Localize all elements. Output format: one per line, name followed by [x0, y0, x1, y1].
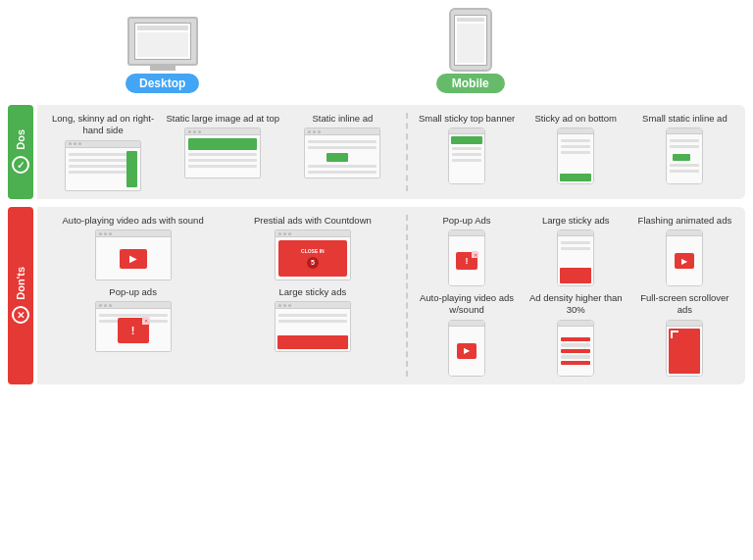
donts-mobile-item-4: Auto-playing video ads w/sound ▶ [414, 292, 519, 377]
donts-icon: ✕ [12, 306, 29, 324]
dos-label: Dos ✓ [8, 105, 33, 199]
mobile-label: Mobile [436, 74, 505, 93]
donts-mobile-item-6: Full-screen scrollover ads [632, 292, 737, 377]
dos-desktop-item-1: Long, skinny ad on right-hand side [45, 113, 161, 191]
dos-desktop-item-2: Static large image ad at top [165, 113, 280, 178]
donts-mobile-item-5: Ad density higher than 30% [524, 292, 628, 377]
dos-desktop-item-3: Static inline ad [284, 113, 400, 178]
countdown-circle: 5 [307, 257, 319, 269]
dos-mobile-item-2: Sticky ad on bottom [524, 113, 628, 184]
exclamation-mobile-icon: ! [466, 256, 469, 266]
donts-label: Don'ts ✕ [8, 207, 33, 384]
dos-mobile-item-3: Small static inline ad [632, 113, 737, 184]
donts-mobile-item-3: Flashing animated ads ▶ [632, 215, 737, 286]
play-icon: ▶ [129, 253, 137, 264]
desktop-label: Desktop [126, 74, 199, 93]
exclamation-icon: ! [131, 325, 135, 336]
dos-icon: ✓ [12, 156, 29, 174]
flash-icon: ▶ [681, 257, 687, 266]
donts-desktop-item-2: Prestial ads with Countdown CLOSE IN 5 [225, 215, 400, 280]
donts-desktop-item-3: Pop-up ads ! ✕ [45, 286, 221, 352]
donts-desktop-item-4: Large sticky ads [225, 286, 400, 352]
dos-mobile-item-1: Small sticky top banner [414, 113, 519, 184]
corner-bracket-icon [671, 331, 678, 338]
video-play-icon: ▶ [464, 346, 470, 355]
donts-mobile-item-1: Pop-up Ads ! ✕ [414, 215, 519, 286]
donts-desktop-item-1: Auto-playing video ads with sound ▶ [45, 215, 221, 280]
donts-mobile-item-2: Large sticky ads [524, 215, 628, 286]
